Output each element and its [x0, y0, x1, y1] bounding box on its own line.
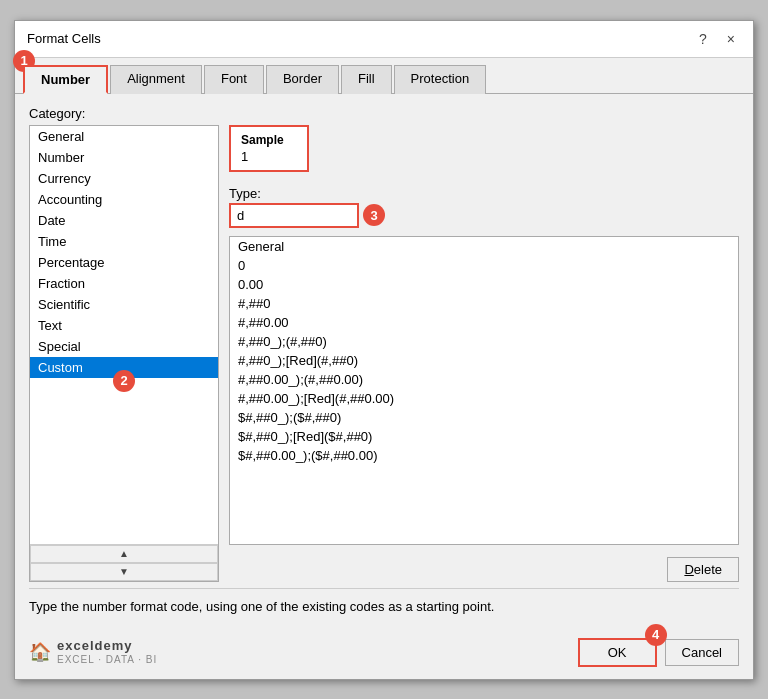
type-label: Type: — [229, 186, 739, 201]
format-list-item[interactable]: #,##0.00_);[Red](#,##0.00) — [230, 389, 738, 408]
format-list-container: General00.00#,##0#,##0.00#,##0_);(#,##0)… — [229, 236, 739, 545]
sample-label: Sample — [241, 133, 297, 147]
format-list-item[interactable]: $#,##0_);($#,##0) — [230, 408, 738, 427]
main-area: GeneralNumberCurrencyAccountingDateTimeP… — [29, 125, 739, 582]
format-list-item[interactable]: $#,##0.00_);($#,##0.00) — [230, 446, 738, 465]
sample-box: Sample 1 — [229, 125, 309, 172]
category-item[interactable]: General — [30, 126, 218, 147]
category-label: Category: — [29, 106, 739, 121]
right-panel: Sample 1 Type: 3 General00.00#,##0#,##0.… — [229, 125, 739, 582]
cancel-button[interactable]: Cancel — [665, 639, 739, 666]
footer-buttons: OK 4 Cancel — [578, 638, 739, 667]
watermark-main: exceldemy — [57, 638, 157, 654]
watermark-sub: EXCEL · DATA · BI — [57, 654, 157, 666]
help-text: Type the number format code, using one o… — [29, 588, 739, 618]
tab-fill[interactable]: Fill — [341, 65, 392, 94]
delete-row: DOKelete — [229, 557, 739, 582]
ok-button[interactable]: OK — [578, 638, 657, 667]
watermark-text: exceldemy EXCEL · DATA · BI — [57, 638, 157, 666]
format-list-item[interactable]: #,##0_);(#,##0) — [230, 332, 738, 351]
tab-alignment[interactable]: Alignment — [110, 65, 202, 94]
format-list-item[interactable]: 0 — [230, 256, 738, 275]
category-list-container: GeneralNumberCurrencyAccountingDateTimeP… — [29, 125, 219, 582]
format-list-item[interactable]: #,##0.00 — [230, 313, 738, 332]
format-list-item[interactable]: #,##0_);[Red](#,##0) — [230, 351, 738, 370]
category-item[interactable]: Fraction — [30, 273, 218, 294]
format-list-item[interactable]: 0.00 — [230, 275, 738, 294]
tab-border[interactable]: Border — [266, 65, 339, 94]
tab-bar: Number 1 Alignment Font Border Fill Prot… — [15, 58, 753, 94]
sample-value: 1 — [241, 149, 297, 164]
category-item[interactable]: Time — [30, 231, 218, 252]
delete-label-rest: elete — [694, 562, 722, 577]
delete-underline-d: D — [684, 562, 693, 577]
type-input[interactable] — [229, 203, 359, 228]
delete-button[interactable]: DOKelete — [667, 557, 739, 582]
scroll-down-arrow[interactable]: ▼ — [30, 563, 218, 581]
format-cells-dialog: Format Cells ? × Number 1 Alignment Font… — [14, 20, 754, 680]
dialog-title: Format Cells — [27, 31, 101, 46]
dialog-content: Category: GeneralNumberCurrencyAccountin… — [15, 94, 753, 630]
format-list-item[interactable]: $#,##0_);[Red]($#,##0) — [230, 427, 738, 446]
close-button[interactable]: × — [721, 29, 741, 49]
help-button[interactable]: ? — [693, 29, 713, 49]
category-item[interactable]: Number — [30, 147, 218, 168]
tab-number-container: Number 1 — [23, 64, 110, 93]
annotation-badge-2: 2 — [113, 370, 135, 392]
list-scroll-arrows: ▲ ▼ — [30, 544, 218, 581]
format-list-item[interactable]: General — [230, 237, 738, 256]
category-item[interactable]: Text — [30, 315, 218, 336]
watermark: 🏠 exceldemy EXCEL · DATA · BI — [29, 638, 157, 666]
format-list[interactable]: General00.00#,##0#,##0.00#,##0_);(#,##0)… — [230, 237, 738, 544]
type-input-container: 3 — [229, 203, 739, 228]
tab-protection[interactable]: Protection — [394, 65, 487, 94]
watermark-icon: 🏠 — [29, 641, 51, 663]
footer: 🏠 exceldemy EXCEL · DATA · BI OK 4 Cance… — [15, 630, 753, 679]
titlebar: Format Cells ? × — [15, 21, 753, 58]
tab-number[interactable]: Number — [23, 65, 108, 94]
category-item[interactable]: Date — [30, 210, 218, 231]
annotation-badge-4: 4 — [645, 624, 667, 646]
tab-font[interactable]: Font — [204, 65, 264, 94]
format-list-item[interactable]: #,##0.00_);(#,##0.00) — [230, 370, 738, 389]
category-item[interactable]: Percentage — [30, 252, 218, 273]
left-panel: GeneralNumberCurrencyAccountingDateTimeP… — [29, 125, 219, 582]
category-list[interactable]: GeneralNumberCurrencyAccountingDateTimeP… — [30, 126, 218, 544]
category-item[interactable]: Currency — [30, 168, 218, 189]
annotation-badge-3: 3 — [363, 204, 385, 226]
category-item[interactable]: Accounting — [30, 189, 218, 210]
ok-btn-container: OK 4 — [578, 638, 657, 667]
format-list-item[interactable]: #,##0 — [230, 294, 738, 313]
category-item[interactable]: Special — [30, 336, 218, 357]
scroll-up-arrow[interactable]: ▲ — [30, 545, 218, 563]
type-section: Type: 3 — [229, 180, 739, 228]
category-item[interactable]: Custom2 — [30, 357, 218, 378]
titlebar-controls: ? × — [693, 29, 741, 49]
category-item[interactable]: Scientific — [30, 294, 218, 315]
sample-wrapper: Sample 1 — [229, 125, 739, 172]
